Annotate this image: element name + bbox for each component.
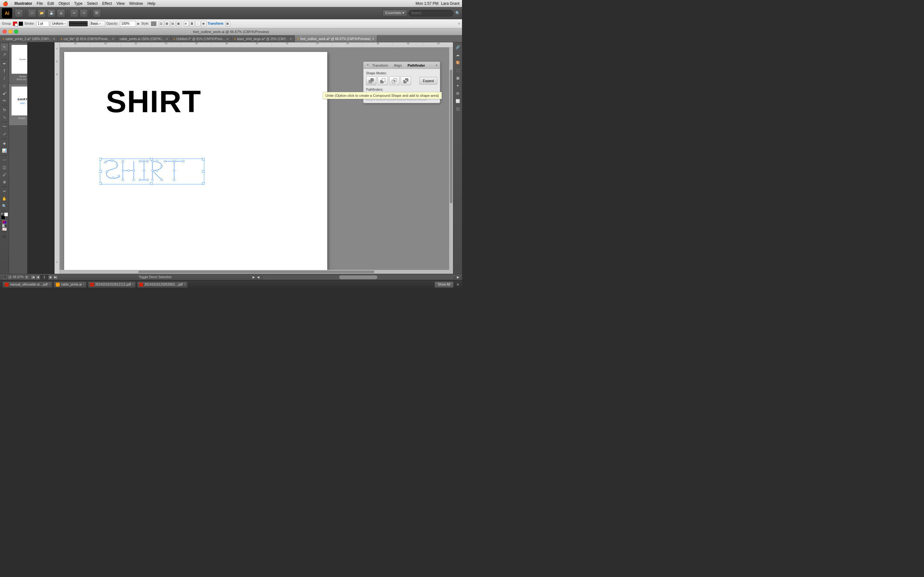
window-maximize-btn[interactable] <box>14 29 18 34</box>
symbol-tool[interactable]: ◈ <box>1 140 8 147</box>
window-minimize-btn[interactable] <box>8 29 13 34</box>
tab-close-4[interactable]: ✕ <box>289 37 292 41</box>
taskbar-item-1[interactable]: cable_prints.ai ▾ <box>53 282 86 288</box>
transform-options-btn[interactable]: ⊞ <box>225 21 230 27</box>
align-left-btn[interactable]: ⊡ <box>159 21 164 27</box>
right-panel-cc-btn[interactable]: ☁ <box>454 51 461 58</box>
unite-btn[interactable] <box>366 76 376 85</box>
toolbar-new-btn[interactable]: ▱ <box>28 9 36 17</box>
first-page-btn[interactable]: |◀ <box>31 275 35 279</box>
toolbar-doc-btn[interactable]: ≡ <box>15 9 23 17</box>
fill-stroke-swatches[interactable]: ⇄ <box>1 213 8 219</box>
pencil-tool[interactable]: ✏ <box>1 97 8 104</box>
menu-help[interactable]: Help <box>147 1 155 6</box>
hand-tool[interactable]: ✋ <box>1 195 8 202</box>
panel-expand-btn[interactable]: ▾ <box>436 63 437 67</box>
mesh-tool[interactable]: ⋯ <box>1 156 8 163</box>
tab-laser-shirt[interactable]: ● laser_shirt_large.ai* @ 25% (CMY... ✕ <box>232 35 295 42</box>
scale-tool[interactable]: ⤡ <box>1 114 8 121</box>
menu-object[interactable]: Object <box>58 1 69 6</box>
scissors-tool[interactable]: ✂ <box>1 188 8 195</box>
group-btn[interactable]: ⊕ <box>201 21 206 27</box>
search-input[interactable] <box>409 10 453 16</box>
line-tool[interactable]: / <box>1 75 8 82</box>
apple-menu[interactable]: 🍎 <box>3 1 8 6</box>
warp-tool[interactable]: 〜 <box>1 123 8 130</box>
right-panel-grid-btn[interactable]: ⊞ <box>454 90 461 97</box>
menu-effect[interactable]: Effect <box>102 1 111 6</box>
status-page-icon[interactable]: ⬛ <box>3 275 7 279</box>
direct-select-tool[interactable]: ↗ <box>1 51 8 58</box>
color-btn[interactable] <box>2 221 7 224</box>
rect-tool[interactable]: □ <box>1 82 8 89</box>
tab-close-1[interactable]: ✕ <box>111 37 114 41</box>
tab-cut-file[interactable]: ● cut_file* @ 81% (CMYK/Previe... ✕ <box>58 35 117 42</box>
stroke-style-line[interactable] <box>69 21 88 27</box>
align-right-btn[interactable]: ⊟ <box>170 21 176 27</box>
zoom-tool[interactable]: 🔍 <box>1 203 8 210</box>
panel-tab-transform[interactable]: Transform <box>370 62 391 69</box>
status-scrollbar-thumb[interactable] <box>339 276 377 279</box>
intersect-btn[interactable] <box>389 76 399 85</box>
menu-type[interactable]: Type <box>74 1 82 6</box>
thumbnail-1[interactable]: Screen Scree2014-10-... 1 RT <box>9 42 27 84</box>
tab-font-outline[interactable]: ● font_outline_work.ai* @ 66.67% (CMYK/P… <box>295 35 377 42</box>
horizontal-scrollbar[interactable] <box>60 270 453 274</box>
free-transform-tool[interactable]: ⤢ <box>1 131 8 137</box>
basic-dropdown[interactable]: Basic ▾ <box>89 21 105 27</box>
menu-illustrator[interactable]: Illustrator <box>15 1 32 6</box>
menu-view[interactable]: View <box>116 1 125 6</box>
status-arrow-right[interactable]: ▶ <box>252 276 255 279</box>
status-scrollbar[interactable] <box>263 276 454 279</box>
paintbrush-tool[interactable]: 🖌 <box>1 90 8 97</box>
opacity-value[interactable]: 100% <box>120 21 136 27</box>
tab-close-0[interactable]: ✕ <box>53 37 55 41</box>
uniform-dropdown[interactable]: Uniform ▾ <box>50 21 67 27</box>
zoom-dropdown-btn[interactable]: ▾ <box>24 275 29 279</box>
toolbar-print-btn[interactable]: 🖨 <box>57 9 65 17</box>
last-page-btn[interactable]: ▶| <box>53 275 58 279</box>
v-scrollbar-thumb[interactable] <box>450 69 452 203</box>
stroke-value[interactable]: 1 pt <box>36 21 49 27</box>
right-panel-layers-btn[interactable]: ◫ <box>454 105 461 112</box>
prev-page-btn[interactable]: ◀ <box>36 275 40 279</box>
right-panel-artboards-btn[interactable]: ⬜ <box>454 97 461 105</box>
select-tool[interactable]: ↖ <box>1 44 8 51</box>
menu-select[interactable]: Select <box>87 1 97 6</box>
tab-close-3[interactable]: ✕ <box>226 37 229 41</box>
right-panel-color-btn[interactable]: 🎨 <box>454 59 461 66</box>
taskbar-item-0[interactable]: manual_silhouette-st....pdf ▾ <box>3 282 52 288</box>
toolbar-bridge-btn[interactable]: Br <box>93 9 101 17</box>
blend-tool[interactable]: ⊕ <box>1 179 8 185</box>
search-icon[interactable]: 🔍 <box>455 11 460 15</box>
transform-btn[interactable]: Transform <box>208 22 223 25</box>
toolbar-redo-btn[interactable]: ↪ <box>79 9 88 17</box>
fill-color-swatch[interactable] <box>19 21 23 26</box>
dist-space-btn[interactable]: ⋮ <box>195 21 200 27</box>
vertical-scrollbar[interactable] <box>449 47 453 270</box>
distribute-btn[interactable]: ⊠ <box>176 21 181 27</box>
toolbar-undo-btn[interactable]: ↩ <box>70 9 78 17</box>
page-input[interactable] <box>40 275 48 279</box>
tab-cable-prints-2[interactable]: ● cable_prints_2.ai* 100% (CMY... ✕ <box>0 35 58 42</box>
essentials-btn[interactable]: Essentials ▾ <box>383 10 407 17</box>
show-all-btn[interactable]: Show All <box>435 282 454 288</box>
taskbar-close-btn[interactable]: ✕ <box>456 282 459 287</box>
taskbar-item-3[interactable]: 20141016125053563....pdf ▾ <box>137 282 188 288</box>
tab-close-2[interactable]: ✕ <box>166 37 168 41</box>
panel-tab-align[interactable]: Align <box>391 62 405 69</box>
graph-tool[interactable]: 📊 <box>1 147 8 154</box>
taskbar-item-2[interactable]: 20141016152612111.pdf ▾ <box>88 282 136 288</box>
none-btn[interactable] <box>2 227 7 231</box>
eyedropper-tool[interactable]: 🖊 <box>1 171 8 178</box>
tab-close-5[interactable]: ✕ <box>372 37 375 41</box>
gradient-tool[interactable]: ◫ <box>1 164 8 171</box>
next-page-btn[interactable]: ▶ <box>48 275 53 279</box>
panel-tab-pathfinder[interactable]: Pathfinder <box>405 62 428 69</box>
minus-front-btn[interactable] <box>378 76 388 85</box>
thumbnail-2[interactable]: SHIRT SHIRT Scree... 2 RT <box>9 84 27 126</box>
screen-mode-btn[interactable]: ⬛ <box>1 233 8 240</box>
stroke-color-swatch[interactable] <box>13 21 17 26</box>
exclude-btn[interactable] <box>401 76 411 85</box>
tab-untitled-2[interactable]: ● Untitled-2* @ 81% (CMYK/Previ... ✕ <box>171 35 232 42</box>
